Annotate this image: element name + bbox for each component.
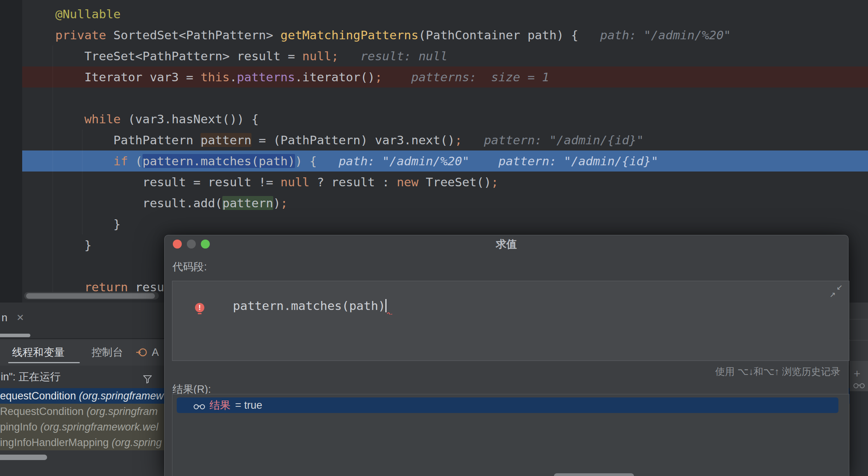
result-value: = true [235, 399, 262, 411]
arrow-up-right-icon: ↗ [829, 291, 836, 298]
code-token: } [55, 238, 91, 252]
tab-threads-and-variables[interactable]: 线程和变量 [12, 339, 65, 366]
code-token [55, 112, 84, 126]
code-token: result: null [339, 49, 448, 63]
code-token: patterns [237, 70, 295, 84]
code-token: patterns: size = 1 [382, 70, 549, 84]
tab-actuator[interactable]: A [152, 339, 159, 366]
error-squiggle [387, 303, 393, 318]
ide-screen: @Nullableprivate SortedSet<PathPattern> … [0, 0, 868, 476]
editor-edge [850, 235, 868, 303]
code-token: TreeSet<PathPattern> result = [55, 49, 302, 63]
dialog-button-sliver[interactable] [554, 473, 634, 476]
code-line[interactable] [22, 88, 868, 108]
tab-console[interactable]: 控制台 [91, 339, 123, 366]
variables-panel-edge: + [850, 235, 868, 476]
code-line[interactable]: while (var3.hasNext()) { [22, 108, 868, 130]
code-token: this [200, 70, 230, 84]
indent-guide [53, 46, 53, 298]
frame-method: RequestCondition [0, 406, 86, 417]
frame-method: pingInfo [0, 421, 40, 433]
code-line[interactable]: TreeSet<PathPattern> result = null; resu… [22, 46, 868, 66]
expression-text-line: pattern.matches(path) [175, 282, 393, 298]
result-name: 结果 [209, 398, 230, 412]
code-token: null [302, 49, 332, 63]
debug-session-tab[interactable]: n [2, 312, 7, 324]
code-token: pattern.matches(path) [142, 154, 295, 168]
code-token: result = result != [55, 175, 281, 189]
code-token: TreeSet() [418, 175, 491, 189]
code-token: private [55, 28, 113, 42]
code-token: } [55, 217, 121, 231]
code-token: ? result : [309, 175, 397, 189]
watches-icon[interactable] [853, 382, 865, 390]
code-line[interactable]: PathPattern pattern = (PathPattern) var3… [22, 130, 868, 150]
code-token: ( [128, 154, 142, 168]
code-token: ) { [295, 154, 317, 168]
code-token: pattern [200, 133, 251, 147]
code-line[interactable]: } [22, 214, 868, 234]
code-token: ; [375, 70, 382, 84]
watches-glasses-icon [193, 399, 206, 411]
code-token: ; [331, 49, 339, 63]
frames-horizontal-scrollbar[interactable] [0, 455, 47, 460]
code-token [55, 154, 113, 168]
code-token: (var3.hasNext()) { [121, 112, 259, 126]
code-token: pattern: "/admin/{id}" [469, 154, 658, 168]
editor-horizontal-scrollbar[interactable] [26, 293, 155, 299]
code-token: = (PathPattern) var3.next() [251, 133, 455, 147]
frame-package: (org.springframework.wel [40, 421, 158, 433]
rerun-icon [136, 346, 148, 360]
selected-tab-underline [8, 362, 80, 363]
result-tree[interactable]: 结果 = true [172, 394, 849, 476]
frame-method: ingInfoHandlerMapping [0, 437, 112, 448]
expression-text: pattern.matches(path) [233, 299, 385, 313]
code-token: ) [273, 196, 281, 210]
frame-package: (org.spring [112, 437, 162, 448]
code-line[interactable]: if (pattern.matches(path)) { path: "/adm… [22, 150, 868, 172]
collapse-expand-icon[interactable]: ↙ ↗ [829, 283, 843, 300]
arrow-down-left-icon: ↙ [836, 284, 843, 291]
session-tabs-scrollbar[interactable] [0, 334, 30, 337]
frame-method: equestCondition [0, 390, 79, 402]
indent-guide [82, 130, 83, 234]
row-separator [850, 319, 868, 320]
code-token: path: "/admin/%20" [317, 154, 469, 168]
code-line[interactable]: private SortedSet<PathPattern> getMatchi… [22, 24, 868, 46]
code-token: path: "/admin/%20" [578, 28, 731, 42]
code-line[interactable]: result = result != null ? result : new T… [22, 172, 868, 192]
close-icon[interactable]: ✕ [16, 312, 24, 323]
code-token: while [84, 112, 121, 126]
evaluate-dialog[interactable]: 求值 代码段: pattern.matches(path) ! ↙ ↗ 使用 ⌥… [164, 235, 849, 476]
code-token: (PathContainer path) { [418, 28, 578, 42]
row-separator [850, 340, 868, 341]
frame-package: (org.springframew [79, 390, 164, 402]
add-watch-icon[interactable]: + [854, 367, 861, 380]
code-token: ; [491, 175, 499, 189]
code-token: result.add( [55, 196, 222, 210]
expression-input[interactable]: pattern.matches(path) ! ↙ ↗ [172, 281, 849, 361]
code-token: null [281, 175, 310, 189]
code-line[interactable]: result.add(pattern); [22, 192, 868, 214]
code-token: new [397, 175, 418, 189]
filter-funnel-icon[interactable] [142, 372, 153, 390]
code-token: Iterator var3 = [55, 70, 200, 84]
code-token: @Nullable [55, 7, 121, 21]
code-token: .iterator() [295, 70, 375, 84]
code-token: . [230, 70, 237, 84]
editor-gutter [0, 0, 22, 303]
text-caret [385, 299, 387, 312]
panel-edge-bottom [850, 391, 868, 476]
code-token: ; [455, 133, 462, 147]
error-bulb-icon[interactable]: ! [195, 303, 204, 312]
dialog-title: 求值 [165, 235, 848, 253]
history-shortcut-hint: 使用 ⌥↓和⌥↑ 浏览历史记录 [715, 365, 840, 378]
code-token: getMatchingPatterns [281, 28, 419, 42]
code-line[interactable]: Iterator var3 = this.patterns.iterator()… [22, 66, 868, 88]
code-fragment-label: 代码段: [172, 260, 207, 274]
result-row-selected[interactable]: 结果 = true [177, 397, 838, 413]
code-token: pattern: "/admin/{id}" [462, 133, 644, 147]
code-token: if [113, 154, 128, 168]
code-line[interactable]: @Nullable [22, 4, 868, 24]
code-token: SortedSet<PathPattern> [113, 28, 280, 42]
